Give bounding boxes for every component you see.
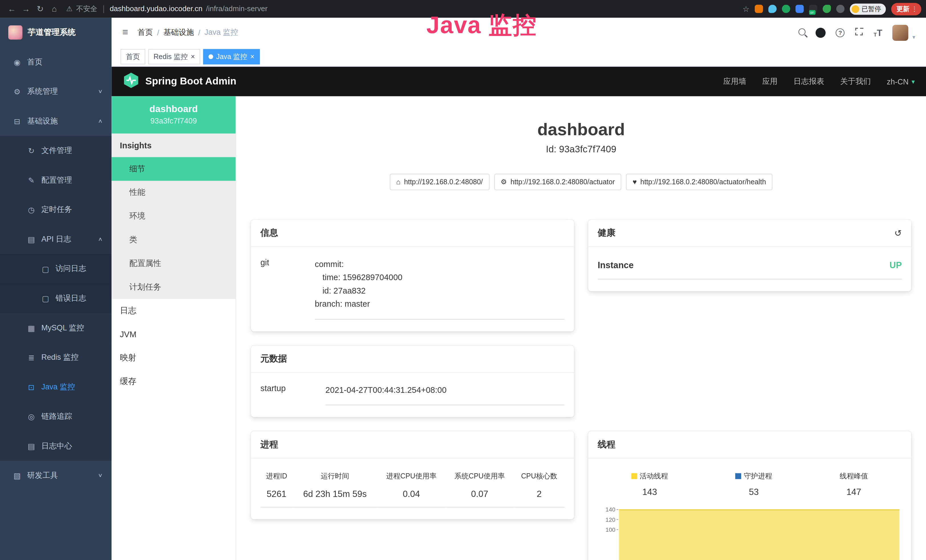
- threads-legend: 活动线程 143 守护进程: [598, 471, 902, 496]
- doc-icon: ▢: [41, 265, 50, 273]
- extension-icon-4[interactable]: [795, 5, 803, 13]
- sidebar-item-access-log[interactable]: ▢ 访问日志: [0, 254, 112, 283]
- sba-nav-journal[interactable]: 日志报表: [793, 76, 824, 87]
- sidebar-item-redis-monitor[interactable]: ≣ Redis 监控: [0, 343, 112, 372]
- extension-icon-1[interactable]: [755, 5, 763, 13]
- breadcrumb-home[interactable]: 首页: [138, 27, 153, 38]
- sba-nav-applications[interactable]: 应用: [762, 76, 778, 87]
- sidebar-item-label: Redis 监控: [41, 352, 79, 363]
- metadata-value: 2021-04-27T00:44:31.254+08:00: [325, 383, 565, 405]
- sba-item-mappings[interactable]: 映射: [112, 346, 236, 370]
- sidebar-item-label: 基础设施: [27, 116, 58, 126]
- sidebar-item-trace[interactable]: ◎ 链路追踪: [0, 402, 112, 431]
- breadcrumb-section[interactable]: 基础设施: [163, 27, 194, 38]
- sba-item-caches[interactable]: 缓存: [112, 370, 236, 394]
- edit-icon: ✎: [27, 176, 36, 185]
- sidebar-item-java-monitor[interactable]: ⊡ Java 监控: [0, 372, 112, 402]
- health-card-title: 健康: [598, 227, 616, 239]
- fullscreen-icon[interactable]: [855, 27, 864, 38]
- url-host: dashboard.yudao.iocoder.cn: [110, 5, 203, 13]
- process-col-value: 2: [514, 486, 565, 507]
- address-bar[interactable]: ⚠ 不安全 dashboard.yudao.iocoder.cn/infra/a…: [66, 4, 268, 14]
- help-icon[interactable]: ?: [836, 28, 845, 37]
- kebab-menu-icon: ⋮: [911, 5, 918, 13]
- metadata-row: startup 2021-04-27T00:44:31.254+08:00: [260, 383, 564, 405]
- tab-redis-monitor[interactable]: Redis 监控 ×: [148, 49, 200, 65]
- process-col-header: 进程ID: [260, 467, 293, 486]
- sba-item-scheduled-tasks[interactable]: 计划任务: [112, 275, 236, 299]
- extension-on-badge: on: [809, 10, 816, 15]
- close-icon[interactable]: ×: [250, 53, 254, 61]
- legend-daemon-threads: 守护进程 53: [735, 471, 772, 496]
- health-url-button[interactable]: ♥ http://192.168.0.2:48080/actuator/heal…: [626, 174, 772, 190]
- instance-header[interactable]: dashboard 93a3fc7f7409: [112, 97, 236, 133]
- sba-item-jvm[interactable]: JVM: [112, 322, 236, 346]
- font-size-small: T: [873, 32, 877, 38]
- y-tick: 120: [605, 516, 616, 526]
- sba-item-environment[interactable]: 环境: [112, 204, 236, 228]
- service-url-button[interactable]: ⌂ http://192.168.0.2:48080/: [390, 174, 489, 190]
- sba-item-performance[interactable]: 性能: [112, 181, 236, 204]
- hamburger-icon[interactable]: ≡: [123, 27, 128, 38]
- sba-item-details[interactable]: 细节: [112, 157, 236, 181]
- update-button[interactable]: 更新 ⋮: [891, 3, 921, 15]
- tab-home[interactable]: 首页: [120, 49, 145, 65]
- reload-button[interactable]: ↻: [33, 4, 47, 14]
- process-table: 进程ID 运行时间 进程CPU使用率 系统CPU使用率 CPU核心数: [260, 467, 564, 507]
- process-col-header: 运行时间: [293, 467, 377, 486]
- font-size-icon[interactable]: TT: [873, 27, 882, 37]
- metadata-key: startup: [260, 383, 325, 405]
- sidebar-item-file-manage[interactable]: ↻ 文件管理: [0, 136, 112, 165]
- monitor-icon: ⊟: [12, 117, 22, 126]
- sidebar-item-label: 系统管理: [27, 86, 58, 97]
- health-url-label: http://192.168.0.2:48080/actuator/health: [640, 178, 766, 186]
- security-label: 不安全: [76, 4, 98, 14]
- sidebar-item-api-log[interactable]: ▤ API 日志 ˄: [0, 224, 112, 254]
- locale-selector[interactable]: zh-CN ▾: [887, 77, 915, 86]
- profile-paused-badge[interactable]: 已暂停: [850, 3, 886, 14]
- sidebar-item-home[interactable]: ◉ 首页: [0, 47, 112, 77]
- actuator-url-label: http://192.168.0.2:48080/actuator: [510, 178, 615, 186]
- sba-nav: 应用墙 应用 日志报表 关于我们 zh-CN ▾: [723, 76, 915, 87]
- sba-nav-wall[interactable]: 应用墙: [723, 76, 746, 87]
- sidebar-item-system[interactable]: ⚙ 系统管理 ˅: [0, 77, 112, 106]
- extension-icon-2[interactable]: [768, 5, 776, 13]
- extension-icon-5[interactable]: on: [809, 5, 817, 13]
- insights-header[interactable]: Insights: [112, 133, 236, 157]
- tab-java-monitor[interactable]: Java 监控 ×: [203, 49, 260, 65]
- sidebar-item-infra[interactable]: ⊟ 基础设施 ˄: [0, 106, 112, 136]
- sidebar-item-error-log[interactable]: ▢ 错误日志: [0, 283, 112, 313]
- sba-item-classes[interactable]: 类: [112, 228, 236, 251]
- back-button[interactable]: ←: [5, 4, 19, 14]
- close-icon[interactable]: ×: [191, 53, 195, 61]
- sidebar-item-dev-tools[interactable]: ▧ 研发工具 ˅: [0, 461, 112, 490]
- bookmark-star-icon[interactable]: ☆: [743, 5, 749, 14]
- actuator-url-button[interactable]: ⚙ http://192.168.0.2:48080/actuator: [494, 174, 621, 190]
- active-tab-dot: [209, 54, 213, 59]
- extension-icon-6[interactable]: [823, 5, 831, 13]
- github-icon[interactable]: [816, 27, 826, 37]
- sidebar-item-log-center[interactable]: ▤ 日志中心: [0, 431, 112, 461]
- history-icon[interactable]: ↺: [894, 228, 902, 238]
- health-card: 健康 ↺ Instance UP: [589, 219, 911, 291]
- metadata-card-title: 元数据: [251, 345, 574, 372]
- user-avatar[interactable]: [892, 24, 908, 41]
- sidebar-item-scheduled-jobs[interactable]: ◷ 定时任务: [0, 195, 112, 224]
- threads-chart-plot: [619, 506, 902, 559]
- git-branch-line: branch: master: [315, 297, 565, 310]
- app-sidebar: 芋道管理系统 ◉ 首页 ⚙ 系统管理 ˅ ⊟ 基础设施 ˄ ↻ 文件管理 ✎: [0, 18, 112, 560]
- avatar-caret-icon[interactable]: ▾: [912, 33, 915, 41]
- extension-icon-3[interactable]: [782, 5, 790, 13]
- extension-icon-7[interactable]: [836, 5, 844, 13]
- sidebar-item-label: Java 监控: [41, 382, 75, 392]
- sba-nav-about[interactable]: 关于我们: [840, 76, 871, 87]
- sba-item-logs[interactable]: 日志: [112, 299, 236, 322]
- sba-item-config-props[interactable]: 配置属性: [112, 251, 236, 275]
- search-icon[interactable]: [799, 27, 806, 38]
- forward-button[interactable]: →: [19, 4, 33, 14]
- process-col-value: 0.04: [377, 486, 446, 507]
- home-button[interactable]: ⌂: [47, 4, 62, 14]
- sidebar-item-config-manage[interactable]: ✎ 配置管理: [0, 165, 112, 195]
- sidebar-item-mysql-monitor[interactable]: ▦ MySQL 监控: [0, 313, 112, 343]
- profile-avatar-emoji: [852, 5, 859, 13]
